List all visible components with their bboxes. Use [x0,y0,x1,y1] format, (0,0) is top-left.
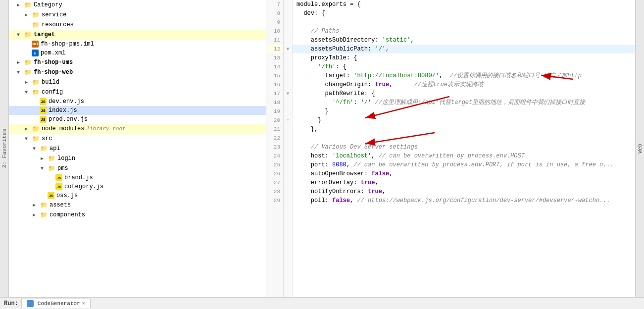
line-num-14: 14 [266,62,283,71]
gutter-mark-20: ○ [284,116,292,125]
editor-content[interactable]: 7 8 9 10 11 12 13 14 15 16 17 18 19 20 2… [266,0,635,297]
folder-icon [40,145,48,153]
code-line-17: pathRewrite: { [293,89,635,98]
sidebar-item-target[interactable]: target [9,30,266,40]
sidebar-item-prod-env-js[interactable]: JS prod.env.js [9,115,266,124]
iml-file-icon: iml [32,41,39,48]
folder-icon [32,11,40,19]
line-num-27: 27 [266,178,283,187]
arrow-icon [41,166,47,171]
code-line-10: // Paths [293,27,635,36]
folder-icon [24,68,32,76]
line-num-25: 25 [266,160,283,169]
gutter-mark-12: ▼ [284,45,292,53]
run-tab-close[interactable]: × [82,301,85,307]
code-line-23: // Various Dev Server settings [293,143,635,152]
gutter-mark-24 [284,152,292,160]
line-num-21: 21 [266,125,283,134]
sidebar-item-pms[interactable]: pms [9,163,266,173]
sidebar-item-label: pms [57,165,68,172]
sidebar-item-resources[interactable]: resources [9,20,266,30]
arrow-icon [25,12,31,18]
code-line-13: proxyTable: { [293,53,635,62]
arrow-icon [17,59,23,65]
gutter-mark-8 [284,9,292,18]
folder-icon [40,211,48,219]
line-num-22: 22 [266,134,283,143]
sidebar-item-build[interactable]: build [9,77,266,87]
sidebar-item-pom-xml[interactable]: m pom.xml [9,49,266,57]
line-num-9: 9 [266,18,283,27]
sidebar-item-label: login [57,155,75,162]
line-num-13: 13 [266,53,283,62]
code-line-21: }, [293,125,635,134]
line-num-7: 7 [266,0,283,9]
sidebar-item-assets[interactable]: assets [9,200,266,210]
gutter-mark-11 [284,36,292,45]
folder-icon [24,58,32,66]
sidebar-item-label: Category [34,1,62,8]
folder-icon [48,154,55,162]
js-file-icon: JS [40,116,47,123]
line-num-24: 24 [266,152,283,160]
code-line-28: notifyOnErrors: true, [293,187,635,196]
sidebar-item-label: cotegory.js [64,183,103,190]
gutter-mark-10 [284,27,292,36]
line-num-16: 16 [266,80,283,89]
sidebar-item-components[interactable]: components [9,210,266,220]
sidebar-item-label: assets [50,202,71,208]
sidebar-item-oss-js[interactable]: JS oss.js [9,191,266,200]
folder-icon [32,78,40,86]
gutter-mark-25 [284,160,292,169]
sidebar-item-config[interactable]: config [9,87,266,97]
sidebar-item-fh-shop-ums[interactable]: fh-shop-ums [9,57,266,67]
code-editor: 7 8 9 10 11 12 13 14 15 16 17 18 19 20 2… [266,0,635,297]
sidebar-item-label: fh-shop-pms.iml [41,41,94,48]
sidebar-item-index-js[interactable]: JS index.js [9,106,266,115]
sidebar-item-login[interactable]: login [9,154,266,163]
gutter-mark-7 [284,0,292,9]
js-file-icon: JS [40,98,47,105]
arrow-icon [25,79,31,85]
js-file-icon: JS [55,183,62,190]
sidebar-item-label: resources [42,21,74,28]
code-line-12: assetsPublicPath: '/', [293,45,635,53]
folder-icon [32,88,40,96]
sidebar-item-cotegory-js[interactable]: JS cotegory.js [9,182,266,191]
arrow-icon [25,136,31,142]
sidebar-item-label: target [34,31,55,38]
sidebar-item-label: index.js [49,107,77,114]
sidebar-item-label: config [42,89,63,96]
sidebar-item-fh-shop-pms-iml[interactable]: iml fh-shop-pms.iml [9,40,266,49]
sidebar-item-label: node_modules [42,125,84,132]
sidebar-item-dev-env-js[interactable]: JS dev.env.js [9,97,266,106]
sidebar-item-category[interactable]: Category [9,0,266,10]
line-num-26: 26 [266,169,283,178]
code-lines[interactable]: module.exports = { dev: { // Paths asset… [293,0,635,297]
sidebar-item-fh-shop-web[interactable]: fh-shop-web [9,67,266,77]
js-file-icon: JS [55,174,62,181]
folder-icon [40,201,48,209]
sidebar-item-label: components [50,211,85,218]
sidebar-item-label: fh-shop-web [34,69,73,76]
favorites-bar[interactable]: 2: Favorites [0,0,9,297]
web-bar[interactable]: Web [635,0,644,297]
run-label: Run: [4,300,18,307]
sidebar-item-brand-js[interactable]: JS brand.js [9,173,266,182]
gutter-mark-9 [284,18,292,27]
arrow-icon [17,32,23,38]
arrow-icon [33,212,39,218]
gutter-mark-26 [284,169,292,178]
folder-icon [32,21,40,29]
sidebar-item-src[interactable]: src [9,134,266,144]
sidebar-item-node-modules[interactable]: node_modules library root [9,124,266,134]
sidebar-item-service[interactable]: service [9,10,266,20]
code-line-20: } [293,116,635,125]
gutter-mark-16 [284,80,292,89]
sidebar-item-api[interactable]: api [9,144,266,154]
arrow-icon [25,126,31,132]
sidebar-item-label: oss.js [56,192,78,199]
code-line-24: host: 'localhost', // can be overwritten… [293,152,635,160]
run-tab[interactable]: CodeGenerator × [21,299,91,308]
gutter-mark-18 [284,98,292,107]
